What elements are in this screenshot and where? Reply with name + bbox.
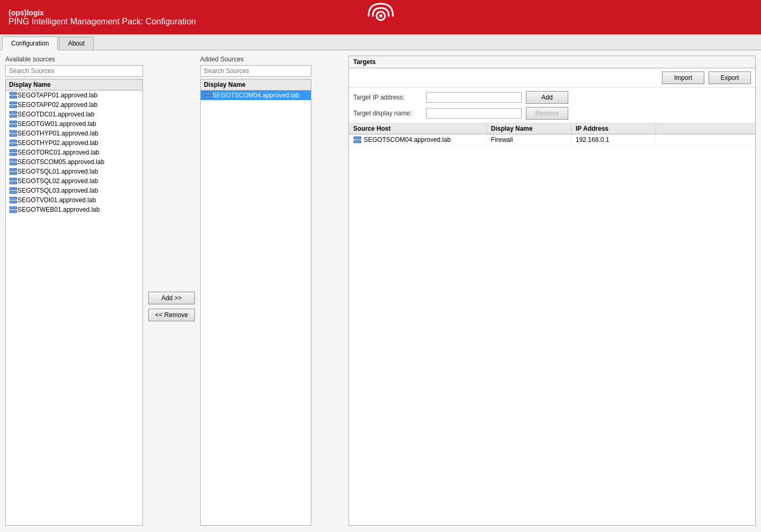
svg-point-47	[15, 164, 16, 165]
svg-point-88	[359, 138, 360, 139]
app-logo	[362, 3, 399, 32]
svg-point-17	[15, 116, 16, 117]
svg-rect-60	[11, 179, 14, 180]
targets-header: Targets	[349, 56, 755, 68]
header-text: (ops)logix PING Intelligent Management P…	[8, 8, 196, 26]
svg-rect-43	[11, 154, 14, 155]
svg-rect-72	[11, 198, 14, 199]
svg-point-1	[379, 14, 382, 17]
svg-rect-78	[11, 208, 14, 209]
svg-rect-49	[11, 164, 14, 165]
display-name-input[interactable]	[426, 108, 522, 119]
cell-display-name: Firewall	[487, 134, 571, 145]
available-source-item[interactable]: SEGOTWEB01.approved.lab	[6, 205, 142, 214]
app-brand: (ops)logix	[8, 8, 196, 17]
ip-address-row: Target IP address: Add	[353, 91, 751, 104]
available-source-item[interactable]: SEGOTSQL01.approved.lab	[6, 167, 142, 176]
svg-point-40	[15, 150, 16, 151]
app-title: PING Intelligent Management Pack: Config…	[8, 17, 196, 26]
available-source-item[interactable]: SEGOTGW01.approved.lab	[6, 119, 142, 129]
svg-rect-73	[11, 202, 14, 203]
ip-address-label: Target IP address:	[353, 94, 422, 101]
add-button[interactable]: Add >>	[148, 292, 195, 304]
svg-rect-54	[11, 169, 14, 170]
available-source-item[interactable]: SEGOTAPP01.approved.lab	[6, 91, 142, 100]
tab-about[interactable]: About	[59, 37, 93, 50]
svg-rect-7	[11, 97, 14, 98]
import-button[interactable]: Import	[662, 71, 704, 84]
svg-point-34	[15, 141, 16, 142]
added-sources-items: SEGOTSCOM04.approved.lab	[201, 91, 311, 100]
added-source-item[interactable]: SEGOTSCOM04.approved.lab	[201, 91, 311, 100]
available-source-item[interactable]: SEGOTSQL02.approved.lab	[6, 176, 142, 186]
svg-point-41	[15, 154, 16, 155]
available-sources-column-header: Display Name	[6, 79, 142, 91]
available-source-item[interactable]: SEGOTHYP02.approved.lab	[6, 138, 142, 148]
svg-point-82	[210, 93, 211, 94]
cell-host: SEGOTSCOM04.approved.lab	[349, 134, 487, 145]
svg-point-23	[15, 125, 16, 127]
cell-ip: 192.168.0.1	[571, 134, 656, 145]
svg-rect-91	[355, 141, 359, 142]
display-name-label: Target display name:	[353, 110, 422, 117]
available-source-item[interactable]: SEGOTVDI01.approved.lab	[6, 195, 142, 205]
svg-point-22	[15, 122, 16, 123]
remove-button[interactable]: << Remove	[148, 309, 195, 321]
svg-rect-85	[205, 97, 209, 98]
svg-rect-55	[11, 173, 14, 174]
ip-address-input[interactable]	[426, 92, 522, 103]
svg-rect-19	[11, 116, 14, 117]
svg-point-59	[15, 183, 16, 184]
svg-point-58	[15, 179, 16, 180]
svg-point-35	[15, 145, 16, 146]
svg-rect-67	[11, 192, 14, 193]
svg-point-52	[15, 169, 16, 170]
available-source-item[interactable]: SEGOTORC01.approved.lab	[6, 148, 142, 157]
svg-point-29	[15, 135, 16, 136]
svg-point-71	[15, 202, 16, 203]
tab-bar: Configuration About	[0, 34, 761, 50]
col-display-name: Display Name	[487, 123, 571, 134]
svg-point-10	[15, 103, 16, 104]
svg-rect-48	[11, 160, 14, 161]
table-row[interactable]: SEGOTSCOM04.approved.lab Firewall 192.16…	[349, 134, 755, 146]
svg-point-11	[15, 106, 16, 107]
svg-rect-25	[11, 125, 14, 127]
svg-rect-31	[11, 135, 14, 136]
svg-point-76	[15, 208, 16, 209]
display-name-row: Target display name: Remove	[353, 107, 751, 120]
available-source-item[interactable]: SEGOTDC01.approved.lab	[6, 110, 142, 119]
col-ip-address: IP Address	[571, 123, 656, 134]
targets-panel: Targets Import Export Target IP address:…	[348, 56, 756, 526]
svg-rect-61	[11, 183, 14, 184]
export-button[interactable]: Export	[709, 71, 751, 84]
targets-rows: SEGOTSCOM04.approved.lab Firewall 192.16…	[349, 134, 755, 146]
available-sources-panel: Available sources Display Name SEGOTAPP0…	[5, 56, 143, 526]
svg-rect-42	[11, 150, 14, 151]
svg-rect-18	[11, 112, 14, 113]
added-sources-column-header: Display Name	[201, 79, 311, 91]
svg-point-53	[15, 173, 16, 174]
available-sources-label: Available sources	[5, 56, 143, 63]
targets-add-button[interactable]: Add	[526, 91, 568, 104]
available-source-item[interactable]: SEGOTSQL03.approved.lab	[6, 186, 142, 195]
available-sources-search[interactable]	[5, 65, 143, 77]
main-content: Available sources Display Name SEGOTAPP0…	[0, 50, 761, 531]
available-source-item[interactable]: SEGOTSCOM05.approved.lab	[6, 157, 142, 167]
svg-point-28	[15, 131, 16, 132]
targets-table: Source Host Display Name IP Address SEGO…	[349, 123, 755, 525]
tab-configuration[interactable]: Configuration	[2, 37, 58, 50]
app-header: (ops)logix PING Intelligent Management P…	[0, 0, 761, 34]
targets-remove-button[interactable]: Remove	[526, 107, 568, 120]
available-source-item[interactable]: SEGOTAPP02.approved.lab	[6, 100, 142, 110]
available-source-item[interactable]: SEGOTHYP01.approved.lab	[6, 129, 142, 138]
svg-point-77	[15, 211, 16, 212]
svg-rect-24	[11, 122, 14, 123]
svg-rect-37	[11, 145, 14, 146]
svg-rect-66	[11, 188, 14, 190]
added-sources-search[interactable]	[200, 65, 311, 77]
svg-rect-36	[11, 141, 14, 142]
added-sources-panel: Added Sources Display Name SEGOTSCOM04.a…	[200, 56, 311, 526]
svg-rect-13	[11, 106, 14, 107]
svg-point-16	[15, 112, 16, 113]
